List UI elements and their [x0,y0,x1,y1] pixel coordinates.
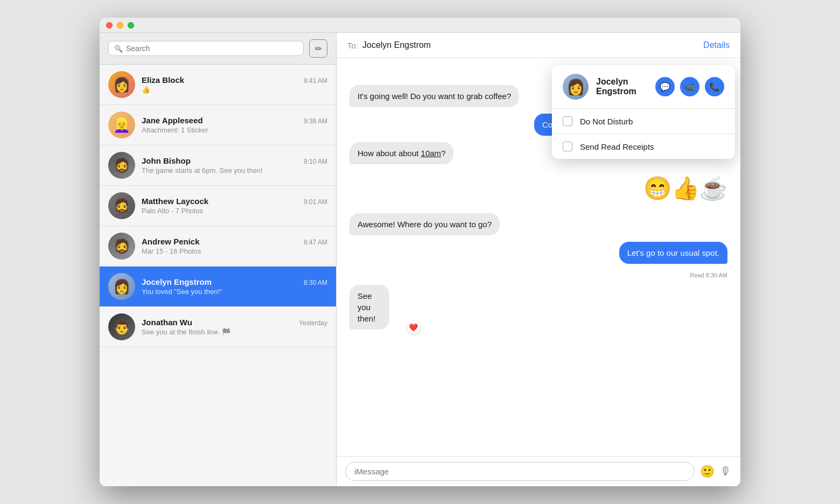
conv-preview-jocelyn: You loved "See you then!" [142,288,327,296]
message-row: See you then! ❤️ [349,285,727,330]
phone-icon: 📞 [709,82,720,92]
conv-preview-matthew: Palo Alto - 7 Photos [142,207,327,215]
conv-time-matthew: 9:01 AM [304,198,327,206]
conversation-item-john[interactable]: 🧔 John Bishop 9:10 AM The game starts at… [100,145,336,186]
main-layout: 🔍 ✏ 👩 Eliza Block 9:41 AM 👍 👱‍♀️ Jane Ap [100,33,740,486]
details-button[interactable]: Details [703,40,730,50]
conv-preview-jane: Attachment: 1 Sticker [142,126,327,134]
conv-time-jocelyn: 8:30 AM [304,279,327,286]
conv-time-john: 9:10 AM [304,158,327,165]
bubble-received: Awesome! Where do you want to go? [349,213,500,235]
conv-time-jane: 9:38 AM [304,117,327,125]
popup-actions: 💬 📹 📞 [655,77,724,96]
conv-time-eliza: 9:41 AM [304,77,327,85]
conv-name-jocelyn: Jocelyn Engstrom [142,277,212,286]
conv-time-andrew: 8:47 AM [304,239,327,246]
avatar-jonathan: 👨 [108,313,135,340]
avatar-john: 🧔 [108,152,135,179]
conversation-item-matthew[interactable]: 🧔 Matthew Laycock 9:01 AM Palo Alto - 7 … [100,186,336,226]
conversation-item-jocelyn[interactable]: 👩 Jocelyn Engstrom 8:30 AM You loved "Se… [100,267,336,307]
minimize-button[interactable] [117,22,123,29]
sidebar: 🔍 ✏ 👩 Eliza Block 9:41 AM 👍 👱‍♀️ Jane Ap [100,33,337,486]
read-receipts-option: Send Read Receipts [552,134,735,159]
conversation-item-jonathan[interactable]: 👨 Jonathan Wu Yesterday See you at the f… [100,307,336,347]
read-receipts-checkbox[interactable] [563,142,572,151]
search-bar[interactable]: 🔍 [108,41,304,56]
dnd-checkbox[interactable] [563,116,572,126]
conv-preview-john: The game starts at 6pm. See you then! [142,166,327,174]
bubble-sent: Let's go to our usual spot. [619,242,727,264]
input-bar: 🙂 🎙 [337,456,740,486]
recipient-name: Jocelyn Engstrom [362,40,431,50]
conv-name-andrew: Andrew Penick [142,237,200,246]
conv-preview-eliza: 👍 [142,86,327,94]
details-popup: 👩 Jocelyn Engstrom 💬 📹 📞 [552,65,735,159]
conv-name-john: John Bishop [142,156,191,165]
read-receipts-label: Send Read Receipts [580,142,654,151]
conv-name-matthew: Matthew Laycock [142,197,208,206]
bubble-received: It's going well! Do you want to grab cof… [349,85,519,107]
message-action-button[interactable]: 💬 [655,77,675,96]
message-row: 😁👍☕ [349,171,727,207]
message-row: Read 8:30 AM [349,270,727,278]
conv-preview-jonathan: See you at the finish line. 🏁 [142,328,327,336]
conversation-item-eliza[interactable]: 👩 Eliza Block 9:41 AM 👍 [100,65,336,105]
message-icon: 💬 [660,82,670,92]
reaction-badge: ❤️ [407,321,420,334]
conv-content-jocelyn: Jocelyn Engstrom 8:30 AM You loved "See … [142,277,327,296]
chat-area: To: Jocelyn Engstrom Details Today, 8:25… [337,33,740,486]
conv-content-matthew: Matthew Laycock 9:01 AM Palo Alto - 7 Ph… [142,197,327,215]
conversation-item-jane[interactable]: 👱‍♀️ Jane Appleseed 9:38 AM Attachment: … [100,105,336,145]
chat-to: To: Jocelyn Engstrom [347,40,431,50]
message-row: Let's go to our usual spot. [349,242,727,264]
avatar-jocelyn: 👩 [108,273,135,300]
phone-action-button[interactable]: 📞 [705,77,724,96]
compose-icon: ✏ [315,44,322,54]
popup-header: 👩 Jocelyn Engstrom 💬 📹 📞 [552,65,735,109]
bubble-received: See you then! [349,285,389,330]
compose-button[interactable]: ✏ [309,39,327,58]
time-link[interactable]: 10am [421,149,442,158]
avatar-eliza: 👩 [108,71,135,98]
avatar-jane: 👱‍♀️ [108,111,135,138]
conversation-item-andrew[interactable]: 🧔 Andrew Penick 8:47 AM Mar 15 - 16 Phot… [100,226,336,267]
avatar-matthew: 🧔 [108,192,135,219]
conv-content-andrew: Andrew Penick 8:47 AM Mar 15 - 16 Photos [142,237,327,255]
search-input[interactable] [126,44,298,53]
reaction-wrap: See you then! ❤️ [349,285,416,330]
chat-header: To: Jocelyn Engstrom Details [337,33,740,58]
title-bar [100,18,740,33]
conv-content-john: John Bishop 9:10 AM The game starts at 6… [142,156,327,174]
bubble-emoji: 😁👍☕ [643,171,727,207]
imessage-input[interactable] [345,462,695,481]
search-icon: 🔍 [114,45,123,53]
microphone-button[interactable]: 🎙 [720,465,732,479]
read-receipt: Read 8:30 AM [690,272,727,278]
bubble-received: How about about 10am? [349,142,453,164]
conv-name-eliza: Eliza Block [142,75,184,85]
dnd-label: Do Not Disturb [580,117,633,126]
sidebar-header: 🔍 ✏ [100,33,336,65]
popup-avatar: 👩 [563,74,589,100]
conv-content-eliza: Eliza Block 9:41 AM 👍 [142,75,327,94]
emoji-button[interactable]: 🙂 [700,465,715,479]
conv-name-jonathan: Jonathan Wu [142,318,192,327]
conv-content-jane: Jane Appleseed 9:38 AM Attachment: 1 Sti… [142,116,327,134]
conv-preview-andrew: Mar 15 - 16 Photos [142,247,327,255]
avatar-andrew: 🧔 [108,233,135,260]
conversation-list: 👩 Eliza Block 9:41 AM 👍 👱‍♀️ Jane Apples… [100,65,336,486]
popup-contact-name: Jocelyn Engstrom [596,77,648,96]
app-window: 🔍 ✏ 👩 Eliza Block 9:41 AM 👍 👱‍♀️ Jane Ap [100,18,740,486]
conv-time-jonathan: Yesterday [299,319,327,327]
conv-content-jonathan: Jonathan Wu Yesterday See you at the fin… [142,318,327,336]
dnd-option: Do Not Disturb [552,109,735,134]
to-label: To: [347,41,358,50]
conv-name-jane: Jane Appleseed [142,116,203,125]
close-button[interactable] [106,22,113,29]
video-icon: 📹 [684,82,695,92]
video-action-button[interactable]: 📹 [680,77,699,96]
maximize-button[interactable] [128,22,134,29]
message-row: Awesome! Where do you want to go? [349,213,727,235]
